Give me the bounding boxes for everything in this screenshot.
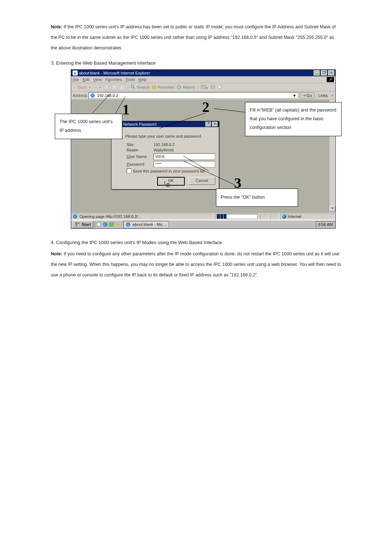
svg-line-26 — [93, 93, 111, 113]
callout-2: Fill in"WEB" (all capitals) and the pass… — [245, 102, 342, 136]
note-1-text: If the IPC 1000 series unit's IP address… — [51, 24, 336, 50]
svg-line-29 — [183, 161, 235, 185]
note-2-text: If you need to configure any other param… — [51, 251, 341, 278]
note-1-label: Note: — [51, 24, 62, 29]
note-2: Note: If you need to configure any other… — [51, 249, 341, 280]
section-4-title: 4. Configuring the IPC 1000 series unit'… — [51, 240, 341, 245]
note-2-label: Note: — [51, 251, 62, 256]
note-1: Note: If the IPC 1000 series unit's IP a… — [51, 22, 341, 53]
callout-3: Press the "OK" button — [216, 189, 298, 207]
section-3-title: 3. Entering the Web Based Management Int… — [51, 60, 341, 66]
svg-line-28 — [214, 109, 246, 112]
badge-3: 3 — [234, 174, 241, 191]
badge-1: 1 — [122, 101, 130, 118]
svg-line-30 — [183, 156, 209, 171]
callout-1: The IPC 1000 series unit's IP address — [55, 114, 122, 139]
badge-2: 2 — [202, 98, 209, 116]
svg-line-27 — [160, 113, 206, 128]
screenshot-figure: e about:blank - Microsoft Internet Explo… — [71, 69, 343, 229]
